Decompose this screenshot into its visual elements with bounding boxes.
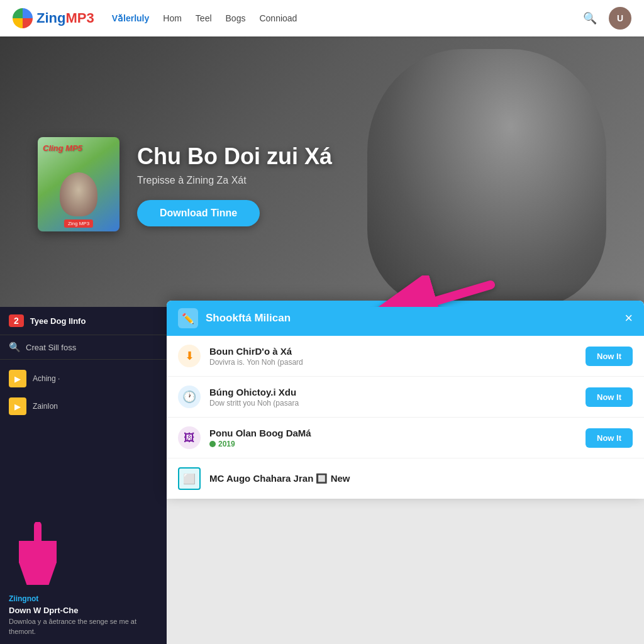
- list-item[interactable]: ▶ Aching ·: [0, 365, 167, 392]
- album-cover: Cling MP5 Zing MP3: [38, 137, 119, 231]
- modal-item-info-3: Ponu Olan Boog DaMá 2019: [209, 428, 577, 448]
- hero-person-bg: [367, 49, 606, 307]
- navbar-actions: 🔍 U: [580, 7, 631, 30]
- search-icon[interactable]: 🔍: [580, 8, 600, 28]
- modal-item-title-4: MC Augo Chahara Jran 🔲 New: [209, 473, 633, 484]
- avatar[interactable]: U: [609, 7, 631, 30]
- navbar: ZingMP3 Vǎlerluly Hom Teel Bogs Connioad…: [0, 0, 644, 36]
- modal-item-sub-1: Dovivra is. Yon Noh (pasard: [209, 358, 577, 367]
- modal-body: ⬇ Boun ChirD'o à Xá Dovivra is. Yon Noh …: [167, 336, 644, 499]
- nav-links: Vǎlerluly Hom Teel Bogs Connioad: [112, 13, 580, 23]
- now-button-3[interactable]: Now It: [586, 428, 633, 448]
- arrow-indicator-2: [19, 522, 57, 587]
- album-badge: Zing MP3: [64, 219, 93, 228]
- type-badge: 2: [9, 314, 24, 327]
- modal-item-icon-2: 🕐: [178, 386, 201, 408]
- modal-header-title: Shookftá Milican: [206, 312, 617, 325]
- nav-link-hom[interactable]: Hom: [163, 13, 182, 23]
- list-item-icon-1: ▶: [9, 370, 26, 387]
- year-dot: [209, 441, 216, 447]
- left-footer: Ziingnot Down W Dprt-Che Downloa y a âet…: [0, 587, 167, 644]
- logo-icon: [13, 8, 33, 28]
- modal-item-title-1: Boun ChirD'o à Xá: [209, 346, 577, 357]
- search-row-text: Creat Sill foss: [26, 343, 76, 352]
- list-item-icon-2: ▶: [9, 397, 26, 415]
- search-row[interactable]: 🔍 Creat Sill foss: [0, 335, 167, 360]
- modal-item-icon-4: ⬜: [178, 467, 201, 490]
- hero-content: Cling MP5 Zing MP3 Chu Bo Doi zui Xá Tre…: [0, 112, 332, 231]
- download-button[interactable]: Download Tinne: [137, 200, 260, 226]
- hero-title: Chu Bo Doi zui Xá: [137, 143, 332, 170]
- modal-item-info-2: Búng Ohictoy.i Xdu Dow stritt you Noh (p…: [209, 387, 577, 408]
- hero-subtitle: Trepisse à Zining Za Xát: [137, 175, 332, 186]
- footer-title: Down W Dprt-Che: [9, 606, 158, 615]
- download-modal: ✏️ Shookftá Milican × ⬇ Boun ChirD'o à X…: [167, 301, 644, 499]
- type-label: Tyee Dog IInfo: [30, 316, 86, 326]
- hero-text-block: Chu Bo Doi zui Xá Trepisse à Zining Za X…: [137, 137, 332, 226]
- bottom-section: 2 Tyee Dog IInfo 🔍 Creat Sill foss ▶ Ach…: [0, 307, 644, 644]
- left-panel: 2 Tyee Dog IInfo 🔍 Creat Sill foss ▶ Ach…: [0, 307, 167, 644]
- modal-item-4: ⬜ MC Augo Chahara Jran 🔲 New: [167, 458, 644, 499]
- modal-item-3: 🖼 Ponu Olan Boog DaMá 2019 Now It: [167, 418, 644, 458]
- modal-item-year-3: 2019: [209, 440, 577, 448]
- modal-item-icon-1: ⬇: [178, 345, 201, 367]
- album-avatar-art: [60, 172, 97, 216]
- modal-header: ✏️ Shookftá Milican ×: [167, 301, 644, 336]
- modal-item-title-3: Ponu Olan Boog DaMá: [209, 428, 577, 438]
- album-label: Cling MP5: [43, 143, 82, 153]
- now-button-2[interactable]: Now It: [586, 387, 633, 407]
- modal-item-info-4: MC Augo Chahara Jran 🔲 New: [209, 473, 633, 484]
- now-button-1[interactable]: Now It: [586, 347, 633, 366]
- modal-close-button[interactable]: ×: [625, 311, 633, 325]
- footer-desc: Downloa y a âetrance the senge se me at …: [9, 617, 158, 636]
- logo-text: ZingMP3: [36, 10, 94, 26]
- hero-section: Cling MP5 Zing MP3 Chu Bo Doi zui Xá Tre…: [0, 36, 644, 307]
- modal-item-sub-2: Dow stritt you Noh (pasara: [209, 399, 577, 408]
- modal-item-title-2: Búng Ohictoy.i Xdu: [209, 387, 577, 397]
- list-item[interactable]: ▶ ZainIon: [0, 392, 167, 420]
- modal-item-2: 🕐 Búng Ohictoy.i Xdu Dow stritt you Noh …: [167, 377, 644, 418]
- modal-overlay: ✏️ Shookftá Milican × ⬇ Boun ChirD'o à X…: [167, 307, 644, 644]
- nav-link-bogs[interactable]: Bogs: [226, 13, 246, 23]
- modal-item-1: ⬇ Boun ChirD'o à Xá Dovivra is. Yon Noh …: [167, 336, 644, 377]
- nav-link-valerluly[interactable]: Vǎlerluly: [112, 13, 150, 23]
- modal-item-info-1: Boun ChirD'o à Xá Dovivra is. Yon Noh (p…: [209, 346, 577, 367]
- nav-link-connioad[interactable]: Connioad: [259, 13, 297, 23]
- nav-link-teel[interactable]: Teel: [196, 13, 212, 23]
- left-panel-header: 2 Tyee Dog IInfo: [0, 307, 167, 335]
- footer-link[interactable]: Ziingnot: [9, 594, 158, 603]
- search-row-icon: 🔍: [9, 341, 21, 353]
- modal-item-icon-3: 🖼: [178, 426, 201, 449]
- list-item-text-2: ZainIon: [33, 402, 58, 411]
- left-list: ▶ Aching · ▶ ZainIon: [0, 360, 167, 425]
- list-item-text-1: Aching ·: [33, 374, 60, 383]
- logo[interactable]: ZingMP3: [13, 8, 94, 28]
- modal-header-icon: ✏️: [178, 308, 198, 328]
